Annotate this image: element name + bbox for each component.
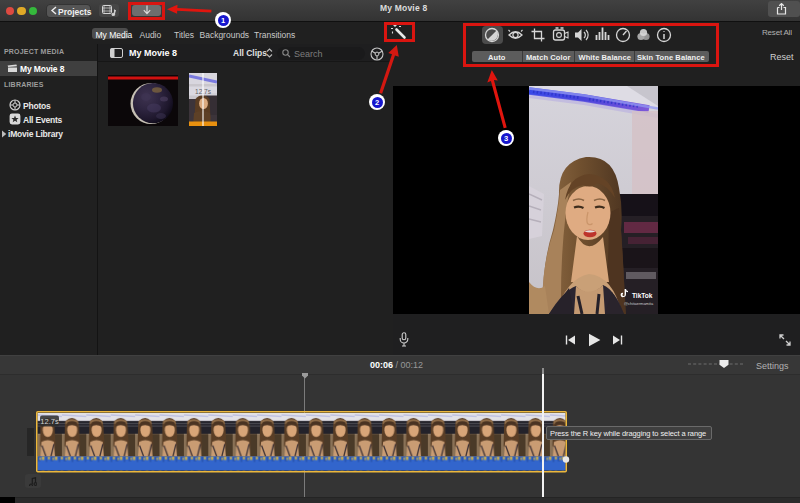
- svg-text:TikTok: TikTok: [632, 292, 653, 299]
- svg-text:12.7s: 12.7s: [40, 417, 59, 426]
- svg-text:@chitaermamita: @chitaermamita: [624, 301, 654, 306]
